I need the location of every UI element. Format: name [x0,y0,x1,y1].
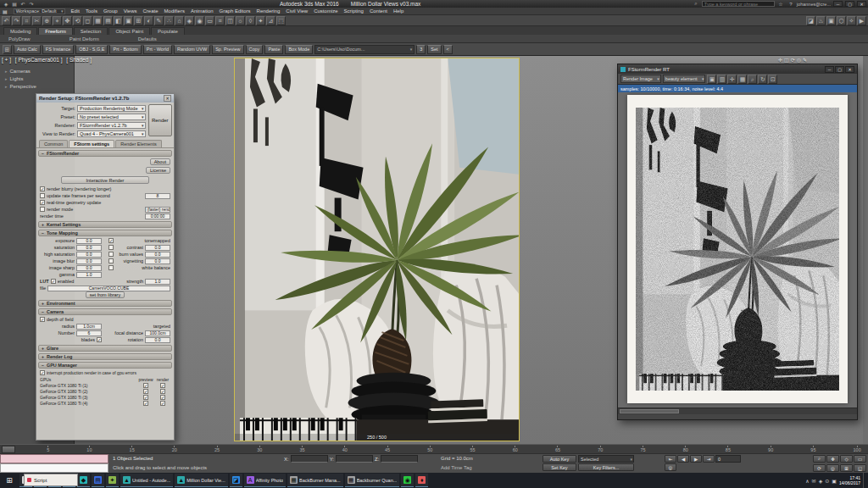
section-header-environment[interactable]: Environment [38,300,172,307]
rt-toolbar-icon[interactable]: ▣ [707,75,716,84]
menu-item[interactable]: Help [393,8,403,14]
script-button[interactable]: FS Instance [42,45,74,54]
ribbon-group-label[interactable]: Defaults [138,36,157,42]
add-time-tag[interactable]: Add Time Tag [441,465,472,470]
camera-spinner[interactable]: 100.0cm [145,330,170,336]
lut-enabled-checkbox[interactable]: ✓ [51,279,56,284]
close-icon[interactable]: ✕ [164,95,171,102]
menu-item[interactable]: Create [143,8,159,14]
toolbar-icon[interactable]: ▦ [93,16,103,25]
camera-spinner[interactable]: 6 [76,330,102,336]
project-path-selector[interactable]: C:\Users\Uso\Docum... [314,45,415,54]
key-mode-dropdown[interactable]: Selected [578,455,634,463]
tone-spinner[interactable]: 0.0 [145,252,170,258]
rt-close-button[interactable]: ✕ [845,66,854,73]
script-button[interactable]: Copy [246,45,264,54]
tray-icon[interactable]: ◈ [819,478,823,484]
rt-render-image-dropdown[interactable]: Render Image [620,75,661,83]
taskbar-item[interactable]: ♦ [415,474,428,487]
section-header-kernel[interactable]: Kernel Settings [38,221,172,228]
time-config-button[interactable]: ◎ [665,463,676,471]
render-setup-tab[interactable]: Common [39,140,68,147]
rt-toolbar-icon[interactable]: ▥ [717,75,726,84]
rt-toolbar-icon[interactable]: ↻ [758,75,767,84]
render-toolbar-icon[interactable]: ⬡ [837,16,846,25]
path-extra-button[interactable]: 3 [416,45,426,54]
toolbar-icon[interactable]: ✂ [32,16,42,25]
tone-checkbox[interactable] [108,252,114,257]
viewport-corner-icon[interactable]: ✎ [803,57,807,63]
toolbar-icon[interactable]: ◫ [225,16,235,25]
box-mode-button[interactable]: Box Mode [285,45,313,54]
lut-library-button[interactable]: set from library [86,291,125,298]
taskbar-item[interactable]: A Affinity Photo [244,474,286,487]
taskbar-item[interactable]: ◉ [401,474,414,487]
time-slider-handle[interactable] [2,446,15,453]
toolbar-icon[interactable]: ✎ [154,16,164,25]
render-toolbar-icon[interactable]: ♨ [816,16,826,25]
show-desktop-button[interactable] [863,473,865,488]
option-value[interactable]: standard (faster) render mode [145,207,170,213]
undo-icon[interactable]: ↶ [19,1,27,7]
select-dropdown[interactable]: No preset selected [77,114,146,120]
interactive-render-button[interactable]: Interactive Render [61,176,149,184]
toolbar-icon[interactable]: ◻ [83,16,92,25]
search-input[interactable] [702,1,775,7]
viewport-corner-icon[interactable]: ⟳ [791,57,795,63]
ribbon-tab[interactable]: Modeling [3,27,37,35]
taskbar-item[interactable]: ▤ [92,474,104,487]
toolbar-icon[interactable]: ↶ [2,16,11,25]
transport-button[interactable]: ◀ [677,455,689,463]
menu-item[interactable]: Scripting [344,8,364,14]
gpu-preview-checkbox[interactable]: ✓ [143,389,148,394]
rt-maximize-button[interactable]: ▢ [835,66,844,73]
scene-tree-item[interactable]: Lights [0,75,75,82]
ribbon-group-label[interactable]: Paint Deform [70,36,99,42]
toolbar-icon[interactable]: ↷ [12,16,21,25]
path-extra-button[interactable]: < [443,45,453,54]
track-bar[interactable]: 0510152025303540455055606570758085909510… [0,444,868,453]
render-toolbar-icon[interactable]: ✧ [847,16,856,25]
set-key-button[interactable]: Set Key [542,463,576,471]
gpu-interrupt-checkbox[interactable]: ✓ [40,370,45,375]
render-toolbar-icon[interactable]: ▶ [857,16,866,25]
menu-item[interactable]: Animation [191,8,214,14]
gpu-render-checkbox[interactable]: ✓ [160,401,165,406]
tone-checkbox[interactable] [108,258,114,263]
ribbon-tab[interactable]: Selection [74,27,108,35]
script-button[interactable]: Auto Calc [14,45,41,54]
section-header-gpu-manager[interactable]: GPU Manager [38,362,172,369]
camera-spinner[interactable]: 0.0 [145,337,170,343]
workspace-selector[interactable]: Workspace: Default [14,8,65,14]
taskbar-item[interactable]: ◪ [230,474,242,487]
script-button[interactable]: Prt - World [143,45,172,54]
toolbar-icon[interactable]: ▣ [124,16,133,25]
start-button[interactable]: ⊞ [0,473,19,488]
menu-item[interactable]: Group [103,8,118,14]
maximize-button[interactable]: ▢ [845,1,854,7]
ribbon-tab[interactable]: Object Paint [108,27,150,35]
redo-icon[interactable]: ↷ [27,1,36,7]
toolbar-icon[interactable]: ⊞ [134,16,143,25]
rt-toolbar-icon[interactable]: ⌕ [748,75,757,84]
section-header-render-log[interactable]: Render Log [38,353,172,360]
select-dropdown[interactable]: Quad 4 - PhysCamera001 [77,130,146,137]
viewport-nav-button[interactable]: ◱ [854,464,866,472]
toolbar-icon[interactable]: ∴ [164,16,174,25]
tone-spinner[interactable]: 0.0 [76,238,102,244]
render-setup-tab[interactable]: FStorm settings [69,140,114,147]
section-header-tone-mapping[interactable]: Tone Mapping [38,230,172,236]
rt-toolbar-icon[interactable]: ✛ [727,75,737,84]
viewport-nav-button[interactable]: ◎ [826,464,839,472]
rt-titlebar[interactable]: FStormRender RT ─ ▢ ✕ [618,64,857,74]
option-checkbox[interactable]: ✓ [40,200,45,205]
new-scene-icon[interactable]: ▤ [3,8,8,14]
viewport-nav-button[interactable]: ◇ [840,455,853,463]
viewport-corner-icon[interactable]: ◫ [784,57,789,63]
section-header-fstorm[interactable]: FStormRender [38,150,172,157]
viewport-nav-button[interactable]: ▭ [854,455,866,463]
menu-item[interactable]: Graph Editors [220,8,251,14]
toolbar-icon[interactable]: ≡ [215,16,225,25]
transport-button[interactable]: ⇥ [703,455,715,463]
z-coordinate-field[interactable] [381,455,418,463]
